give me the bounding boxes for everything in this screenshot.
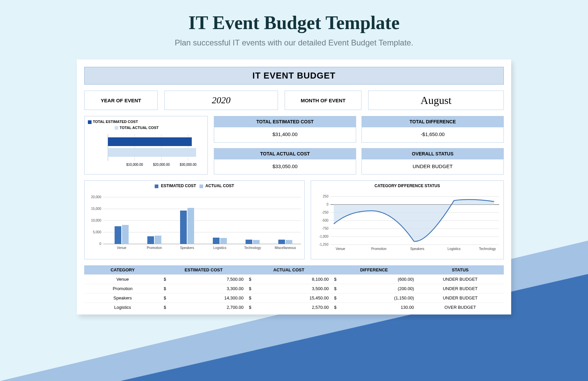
svg-text:Venue: Venue — [117, 246, 127, 250]
svg-rect-19 — [115, 226, 121, 244]
svg-rect-23 — [180, 211, 187, 244]
svg-text:-1,000: -1,000 — [319, 235, 329, 238]
svg-text:20,000: 20,000 — [91, 195, 101, 199]
template-card: IT EVENT BUDGET YEAR OF EVENT 2020 MONTH… — [77, 59, 511, 314]
month-value: August — [368, 91, 504, 110]
svg-rect-29 — [278, 240, 285, 244]
svg-text:10,000: 10,000 — [91, 219, 101, 222]
mini-bar-chart: TOTAL ESTIMATED COST TOTAL ACTUAL COST $… — [84, 116, 208, 174]
svg-rect-25 — [213, 238, 219, 244]
svg-rect-21 — [147, 236, 154, 244]
svg-text:15,000: 15,000 — [91, 207, 101, 211]
svg-text:Promotion: Promotion — [147, 246, 162, 250]
svg-text:Technology: Technology — [244, 246, 261, 250]
legend-estimated: TOTAL ESTIMATED COST — [93, 120, 138, 124]
kpi-difference: TOTAL DIFFERENCE-$1,650.00 — [361, 116, 504, 143]
svg-rect-20 — [122, 225, 129, 244]
svg-rect-5 — [108, 148, 196, 157]
svg-rect-24 — [187, 208, 194, 244]
table-row: Speakers$14,300.00$15,450.00$(1,150.00)U… — [84, 293, 504, 302]
svg-text:Speakers: Speakers — [180, 246, 194, 250]
page-subtitle: Plan successful IT events with our detai… — [0, 38, 588, 47]
table-row: Logistics$2,700.00$2,570.00$130.00OVER B… — [84, 302, 504, 312]
svg-text:0: 0 — [326, 203, 328, 206]
table-row: Promotion$3,300.00$3,500.00$(200.00)UNDE… — [84, 284, 504, 293]
svg-text:Miscellaneous: Miscellaneous — [275, 246, 296, 250]
svg-text:$20,000.00: $20,000.00 — [153, 163, 170, 166]
month-label: MONTH OF EVENT — [285, 91, 361, 110]
svg-text:$30,000.00: $30,000.00 — [180, 163, 196, 166]
difference-line-chart: CATEGORY DIFFERENCE STATUS 2500 -250-500… — [311, 180, 504, 259]
legend-actual: TOTAL ACTUAL COST — [120, 126, 159, 130]
svg-text:Logistics: Logistics — [213, 246, 227, 250]
banner-title: IT EVENT BUDGET — [84, 67, 504, 85]
year-value: 2020 — [164, 91, 278, 110]
svg-rect-28 — [253, 240, 260, 244]
svg-rect-30 — [286, 240, 292, 244]
grouped-bar-chart: ESTIMATED COST ACTUAL COST 20,000 15,000… — [84, 180, 305, 259]
svg-text:5,000: 5,000 — [93, 230, 101, 234]
page-title: IT Event Budget Template — [0, 12, 588, 33]
svg-text:Promotion: Promotion — [371, 247, 387, 251]
kpi-actual: TOTAL ACTUAL COST$33,050.00 — [214, 148, 356, 175]
svg-text:$10,000.00: $10,000.00 — [126, 163, 143, 166]
svg-rect-26 — [220, 238, 227, 244]
svg-text:-750: -750 — [322, 227, 328, 230]
mini-bar-svg: $10,000.00 $20,000.00 $30,000.00 — [88, 131, 204, 171]
svg-rect-22 — [155, 236, 161, 244]
svg-text:250: 250 — [323, 195, 328, 198]
svg-text:-500: -500 — [322, 219, 328, 222]
budget-table: CATEGORY ESTIMATED COST ACTUAL COST DIFF… — [84, 265, 504, 312]
kpi-estimated: TOTAL ESTIMATED COST$31,400.00 — [214, 116, 356, 143]
svg-rect-27 — [246, 240, 252, 244]
svg-text:-1,250: -1,250 — [319, 243, 329, 246]
svg-text:0: 0 — [99, 242, 101, 246]
svg-text:-250: -250 — [322, 211, 328, 214]
year-label: YEAR OF EVENT — [84, 91, 158, 110]
table-row: Venue$7,500.00$8,100.00$(600.00)UNDER BU… — [84, 274, 504, 284]
svg-rect-4 — [108, 137, 192, 146]
svg-text:Logistics: Logistics — [448, 247, 461, 251]
kpi-status: OVERALL STATUSUNDER BUDGET — [361, 148, 504, 175]
svg-text:Technology: Technology — [479, 247, 496, 251]
svg-text:Venue: Venue — [336, 247, 345, 251]
svg-text:Speakers: Speakers — [410, 247, 424, 251]
